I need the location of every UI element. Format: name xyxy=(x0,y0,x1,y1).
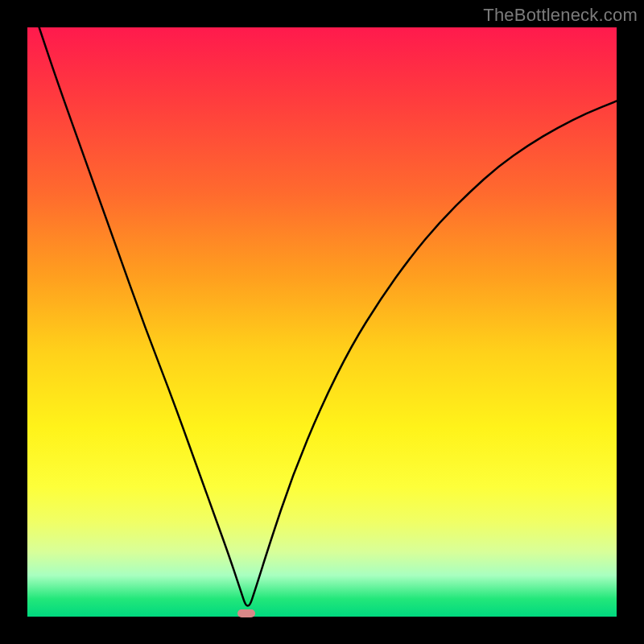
chart-frame: TheBottleneck.com xyxy=(0,0,644,644)
bottleneck-curve xyxy=(27,27,617,617)
watermark-text: TheBottleneck.com xyxy=(483,5,638,26)
optimal-marker xyxy=(237,609,255,617)
plot-area xyxy=(27,27,617,617)
